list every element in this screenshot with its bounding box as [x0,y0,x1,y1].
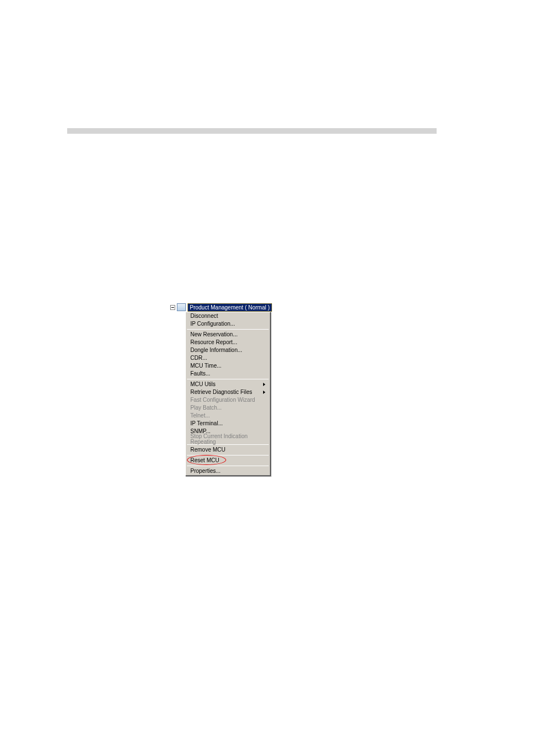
menu-label: Telnet... [190,413,210,419]
menu-item-new-reservation[interactable]: New Reservation... [186,331,270,339]
menu-item-mcu-utils[interactable]: MCU Utils [186,381,270,388]
menu-label: IP Configuration... [190,321,235,327]
menu-item-resource-report[interactable]: Resource Report... [186,339,270,346]
menu-label: CDR... [190,355,207,361]
menu-item-stop-current-indication: Stop Current Indication Repeating [186,435,270,443]
menu-item-remove-mcu[interactable]: Remove MCU [186,446,270,454]
menu-label: Stop Current Indication Repeating [190,434,265,445]
menu-item-reset-mcu[interactable]: Reset MCU [186,457,270,464]
menu-label: MCU Utils [190,382,216,387]
menu-item-mcu-time[interactable]: MCU Time... [186,362,270,370]
menu-item-retrieve-diagnostic-files[interactable]: Retrieve Diagnostic Files [186,388,270,396]
menu-label: MCU Time... [190,363,222,369]
menu-separator [187,379,269,379]
menu-label: Play Batch... [190,405,222,411]
menu-item-cdr[interactable]: CDR... [186,354,270,362]
menu-label: Faults... [190,371,210,377]
context-menu: Disconnect IP Configuration... New Reser… [185,312,271,476]
chevron-right-icon [263,383,265,386]
menu-label: Resource Report... [190,340,237,345]
menu-item-ip-terminal[interactable]: IP Terminal... [186,420,270,428]
menu-label: Properties... [190,468,221,474]
menu-label: Remove MCU [190,447,226,453]
tree-expander-icon[interactable] [170,305,175,310]
menu-separator [187,329,269,330]
tree-node-label[interactable]: Product Management ( Normal ) [188,303,272,312]
menu-item-play-batch: Play Batch... [186,404,270,412]
menu-label: Disconnect [190,313,218,319]
tree-node-header[interactable]: Product Management ( Normal ) [170,303,272,312]
chevron-right-icon [263,391,265,394]
menu-item-disconnect[interactable]: Disconnect [186,312,270,320]
minus-icon [171,307,174,308]
menu-label: New Reservation... [190,332,237,337]
menu-item-dongle-information[interactable]: Dongle Information... [186,346,270,354]
menu-separator [187,455,269,456]
gray-divider-bar [67,128,437,134]
menu-container: Product Management ( Normal ) Disconnect… [170,303,272,312]
menu-label: IP Terminal... [190,421,223,426]
menu-item-telnet: Telnet... [186,412,270,420]
menu-label: Fast Configuration Wizard [190,397,255,403]
menu-label: Retrieve Diagnostic Files [190,389,252,395]
menu-item-properties[interactable]: Properties... [186,467,270,475]
menu-item-faults[interactable]: Faults... [186,370,270,378]
menu-item-fast-configuration-wizard: Fast Configuration Wizard [186,396,270,404]
menu-label: Reset MCU [190,458,219,463]
menu-label: Dongle Information... [190,348,242,353]
menu-item-ip-configuration[interactable]: IP Configuration... [186,320,270,328]
tree-node-icon [177,303,186,311]
menu-separator [187,466,269,466]
